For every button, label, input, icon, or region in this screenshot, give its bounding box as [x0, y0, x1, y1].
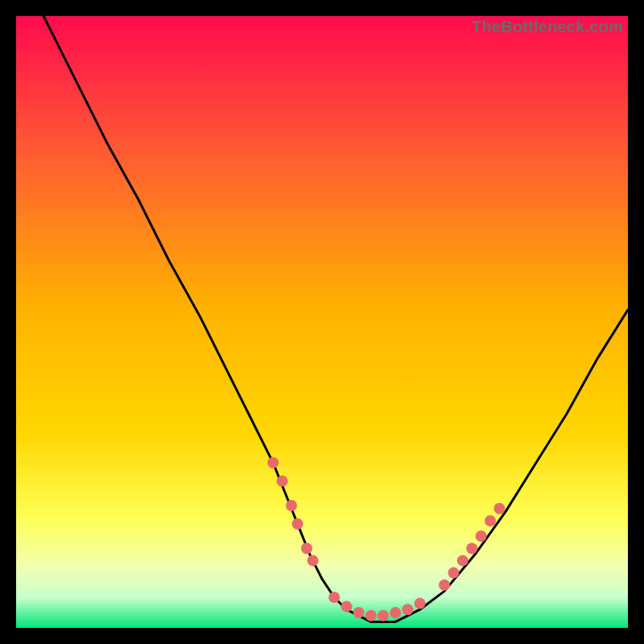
- marker-dot: [328, 592, 340, 603]
- marker-dot: [301, 543, 312, 554]
- marker-dot: [267, 457, 279, 469]
- chart-svg: [16, 16, 628, 628]
- marker-dot: [308, 555, 319, 566]
- marker-dot: [466, 543, 477, 554]
- watermark-text: TheBottleneck.com: [472, 18, 623, 36]
- marker-dot: [390, 607, 401, 618]
- marker-dot: [277, 476, 288, 487]
- marker-dot: [476, 530, 487, 542]
- marker-dot: [378, 610, 389, 621]
- marker-dot: [448, 568, 459, 579]
- marker-dot: [365, 610, 377, 621]
- marker-dot: [353, 607, 365, 618]
- marker-dot: [286, 500, 297, 511]
- marker-dot: [292, 518, 303, 530]
- marker-dot: [402, 604, 413, 615]
- marker-dot: [485, 515, 496, 526]
- marker-dot: [439, 580, 450, 591]
- marker-dot: [457, 555, 469, 566]
- chart-frame: TheBottleneck.com: [16, 16, 628, 628]
- marker-dot: [415, 598, 426, 609]
- marker-dot: [493, 503, 505, 514]
- marker-dot: [341, 601, 352, 612]
- gradient-background: [16, 16, 628, 628]
